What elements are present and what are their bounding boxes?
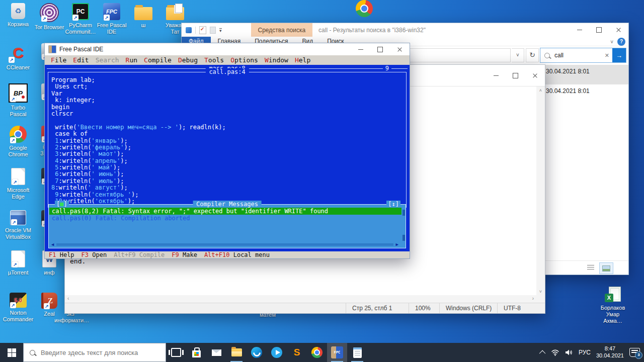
taskbar-telegram[interactable] xyxy=(267,343,287,362)
notepad-maximize-button[interactable] xyxy=(506,65,525,86)
fp-menu-help[interactable]: Help xyxy=(295,56,310,64)
store-icon xyxy=(192,350,201,357)
taskbar-sublime[interactable]: S xyxy=(287,343,307,362)
taskbar-edge[interactable] xyxy=(247,343,267,362)
fp-close-button[interactable] xyxy=(390,43,410,55)
resize-window-icon[interactable]: [↕] xyxy=(386,201,400,208)
search-result-row[interactable]: 30.04.2021 8:01 xyxy=(542,65,628,84)
desktop-icon-google-chrome[interactable]: ↗GoogleChrome xyxy=(2,126,34,158)
desktop-icon-ccleaner[interactable]: C↗CCleaner xyxy=(2,43,34,71)
microsoft-edge-icon: ↗ xyxy=(11,168,25,185)
notification-center-icon[interactable]: 3 xyxy=(629,348,640,357)
desktop-icon-free-pascal-ide[interactable]: FPC↗Free PascalIDE xyxy=(96,3,128,35)
desktop-icon-tor-browser[interactable]: ↗Tor Browser xyxy=(33,3,65,31)
compiler-message[interactable]: call.pas(8,2) Fatal: Syntax error, ";" e… xyxy=(49,208,401,215)
taskbar-mail[interactable] xyxy=(206,343,226,362)
explorer-search-box[interactable]: ✕ → xyxy=(540,48,626,63)
taskbar-notepad[interactable] xyxy=(347,343,367,362)
compiler-messages-window[interactable]: [■] Compiler Messages [↕] call.pas(8,2) … xyxy=(48,204,406,248)
fp-menu-file[interactable]: File xyxy=(51,56,66,64)
fp-menu-tools[interactable]: Tools xyxy=(204,56,224,64)
language-indicator[interactable]: РУС xyxy=(579,349,591,356)
free-pascal-ide-window: Free Pascal IDE FileEditSearchRunCompile… xyxy=(44,43,410,259)
fp-minimize-button[interactable] xyxy=(351,43,370,55)
taskbar-store[interactable] xyxy=(186,343,206,362)
fp-code[interactable]: Program lab; Uses crt;Var k: integer;beg… xyxy=(51,77,404,205)
zeal-icon: Z↗ xyxy=(41,293,57,309)
desktop-icon-excel-borlakov[interactable]: XБорлаковУмар Ахма… xyxy=(597,287,629,325)
notepad-vertical-scrollbar[interactable]: ˄ ˅ xyxy=(536,86,545,296)
fp-hotkey-Alt+F9[interactable]: Alt+F9 Compile xyxy=(114,251,165,258)
desktop-icon-turbo-pascal[interactable]: BP↗Turbo Pascal xyxy=(2,83,34,118)
explorer-search-input[interactable] xyxy=(553,51,605,59)
ribbon-collapse-icon[interactable]: ˅ xyxy=(610,39,613,45)
explorer-minimize-button[interactable] xyxy=(570,23,589,37)
desktop-icon-chrome-top[interactable] xyxy=(348,0,380,19)
vertical-scroll-thumb[interactable] xyxy=(403,235,405,241)
desktop-icon-label: CCleaner xyxy=(2,64,34,71)
help-button[interactable]: ? xyxy=(617,38,625,46)
scroll-down-icon[interactable]: ˅ xyxy=(536,289,545,294)
desktop-icon-virtualbox[interactable]: ↗Oracle VMVirtualBox xyxy=(2,210,34,240)
taskbar-fpc[interactable]: FPC xyxy=(327,343,347,362)
new-folder-icon[interactable] xyxy=(210,27,216,34)
desktop-icon-recycle-bin[interactable]: ♻Корзина xyxy=(2,3,34,28)
desktop-icon-utorrent[interactable]: ↗µTorrent xyxy=(2,250,34,276)
customize-toolbar-icon[interactable]: ▾ xyxy=(219,28,222,33)
taskbar-search[interactable] xyxy=(23,343,166,362)
fp-hotkey-Alt+F10[interactable]: Alt+F10 Local menu xyxy=(204,251,270,258)
scroll-right-icon[interactable]: ▶ xyxy=(396,242,398,247)
scroll-left-icon[interactable]: ◀ xyxy=(51,242,54,247)
fp-menu-search[interactable]: Search xyxy=(96,56,119,64)
recycle-bin-icon: ♻ xyxy=(11,3,25,19)
vertical-scroll-thumb[interactable] xyxy=(403,210,405,216)
clear-search-icon[interactable]: ✕ xyxy=(605,52,609,59)
editor-window[interactable]: call.pas:4 Program lab; Uses crt;Var k: … xyxy=(48,72,407,208)
list-view-button[interactable] xyxy=(584,262,597,273)
taskbar-search-input[interactable] xyxy=(40,348,166,357)
explorer-maximize-button[interactable] xyxy=(589,23,609,37)
fp-menu-edit[interactable]: Edit xyxy=(73,56,89,64)
compiler-message[interactable]: call.pas(0) Fatal: Compilation aborted xyxy=(49,215,401,222)
search-go-button[interactable]: → xyxy=(612,48,626,62)
editor-window-title[interactable]: call.pas:4 xyxy=(205,68,249,75)
tray-overflow-icon[interactable] xyxy=(539,350,546,356)
taskbar-chrome[interactable] xyxy=(307,343,327,362)
fp-hotkey-F1[interactable]: F1 Help xyxy=(49,251,74,258)
messages-horizontal-scrollbar[interactable]: ◀ ▶ xyxy=(51,242,398,247)
explorer-close-button[interactable] xyxy=(609,23,628,37)
address-dropdown-icon[interactable]: ˅ xyxy=(512,48,524,62)
volume-icon[interactable] xyxy=(565,349,573,356)
taskbar-task-view[interactable] xyxy=(166,343,186,362)
close-window-icon[interactable]: [■] xyxy=(55,201,69,208)
fp-menu-debug[interactable]: Debug xyxy=(178,56,198,64)
fp-menu-window[interactable]: Window xyxy=(265,56,288,64)
refresh-icon[interactable]: ↻ xyxy=(526,48,539,62)
fp-menu-options[interactable]: Options xyxy=(230,56,258,64)
taskbar-explorer[interactable] xyxy=(226,343,247,362)
desktop-icon-microsoft-edge[interactable]: ↗MicrosoftEdge xyxy=(2,168,34,200)
fp-hotkey-F3[interactable]: F3 Open xyxy=(82,251,107,258)
wifi-icon[interactable] xyxy=(551,349,559,356)
start-button[interactable] xyxy=(0,343,23,362)
clock[interactable]: 8:47 30.04.2021 xyxy=(596,345,624,359)
notepad-close-button[interactable] xyxy=(525,65,545,86)
search-result-row[interactable]: 30.04.2021 8:01 xyxy=(542,84,628,104)
fp-maximize-button[interactable] xyxy=(370,43,390,55)
fp-hotkey-F9[interactable]: F9 Make xyxy=(172,251,197,258)
desktop-icon-norton-commander[interactable]: 5.0↗NortonCommander xyxy=(2,293,34,323)
scroll-right-icon[interactable]: › xyxy=(532,296,534,301)
fp-menu-compile[interactable]: Compile xyxy=(144,56,172,64)
desktop-icon-label: MicrosoftEdge xyxy=(2,187,34,200)
desktop-icon-label: NortonCommander xyxy=(2,310,34,323)
scroll-up-icon[interactable]: ˄ xyxy=(536,88,545,93)
scroll-left-icon[interactable]: ‹ xyxy=(67,296,69,301)
notepad-minimize-button[interactable] xyxy=(486,65,506,86)
desktop-icon-folder-sh[interactable]: ш xyxy=(127,3,159,29)
properties-icon[interactable] xyxy=(199,26,206,34)
shortcut-arrow-icon: ↗ xyxy=(72,15,78,21)
desktop-icon-pycharm[interactable]: PC↗PyCharmCommunit… xyxy=(64,3,97,35)
notepad-horizontal-scrollbar[interactable]: ‹ › xyxy=(65,295,545,303)
thumbnail-view-button[interactable] xyxy=(599,262,613,274)
fp-menu-run[interactable]: Run xyxy=(126,56,137,64)
